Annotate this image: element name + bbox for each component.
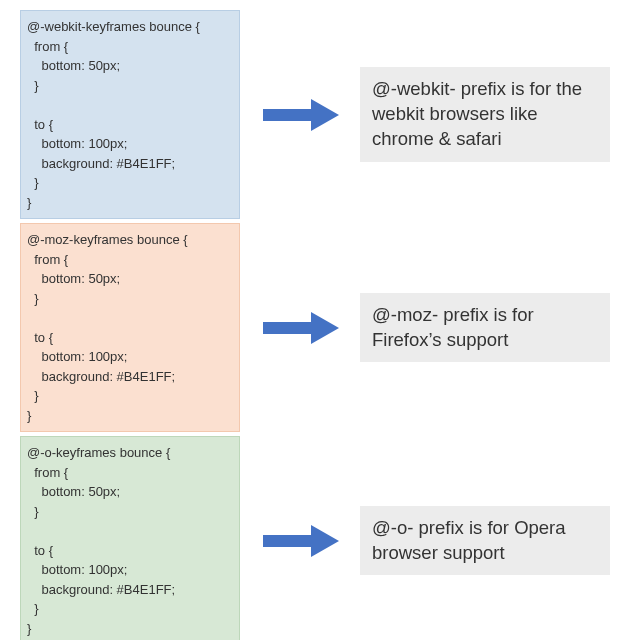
description-webkit: @-webkit- prefix is for the webkit brows… (360, 67, 610, 162)
arrow-right-icon (255, 95, 345, 135)
row-o: @-o-keyframes bounce { from { bottom: 50… (20, 436, 633, 640)
svg-marker-3 (311, 312, 339, 344)
arrow-cell (240, 95, 360, 135)
arrow-cell (240, 521, 360, 561)
code-block-o: @-o-keyframes bounce { from { bottom: 50… (20, 436, 240, 640)
description-o: @-o- prefix is for Opera browser support (360, 506, 610, 576)
svg-rect-2 (263, 322, 311, 334)
arrow-cell (240, 308, 360, 348)
svg-rect-0 (263, 109, 311, 121)
arrow-right-icon (255, 308, 345, 348)
arrow-right-icon (255, 521, 345, 561)
description-moz: @-moz- prefix is for Firefox’s support (360, 293, 610, 363)
row-webkit: @-webkit-keyframes bounce { from { botto… (20, 10, 633, 219)
svg-rect-4 (263, 535, 311, 547)
code-block-webkit: @-webkit-keyframes bounce { from { botto… (20, 10, 240, 219)
code-block-moz: @-moz-keyframes bounce { from { bottom: … (20, 223, 240, 432)
svg-marker-5 (311, 525, 339, 557)
row-moz: @-moz-keyframes bounce { from { bottom: … (20, 223, 633, 432)
svg-marker-1 (311, 99, 339, 131)
